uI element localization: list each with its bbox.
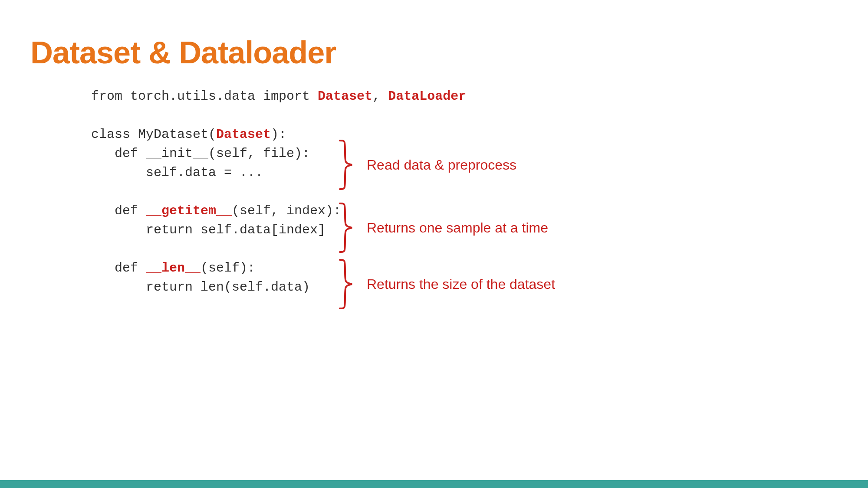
- code-highlight: Dataset: [216, 127, 271, 142]
- brace-icon: [336, 202, 354, 254]
- code-highlight: DataLoader: [388, 89, 466, 104]
- annotation-text: Read data & preprocess: [367, 157, 516, 173]
- code-text: ):: [271, 127, 286, 142]
- code-text: ,: [372, 89, 388, 104]
- code-text: def: [91, 261, 146, 275]
- annotation-getitem: Returns one sample at a time: [336, 202, 548, 254]
- slide-footer-bar: [0, 480, 868, 488]
- code-text: return len(self.data): [91, 280, 310, 295]
- slide-title: Dataset & Dataloader: [30, 35, 336, 70]
- code-text: (self):: [201, 261, 255, 275]
- code-highlight: __len__: [146, 261, 201, 275]
- annotation-len: Returns the size of the dataset: [336, 258, 555, 310]
- code-text: (self, index):: [232, 203, 341, 218]
- code-text: from torch.utils.data import: [91, 89, 318, 104]
- annotation-text: Returns the size of the dataset: [367, 276, 555, 292]
- annotation-text: Returns one sample at a time: [367, 220, 548, 236]
- code-text: self.data = ...: [91, 165, 263, 180]
- code-text: return self.data[index]: [91, 223, 326, 237]
- code-text: def __init__(self, file):: [91, 146, 310, 161]
- annotation-init: Read data & preprocess: [336, 139, 516, 191]
- brace-icon: [336, 139, 354, 191]
- code-text: def: [91, 203, 146, 218]
- code-highlight: __getitem__: [146, 203, 232, 218]
- code-text: class MyDataset(: [91, 127, 216, 142]
- code-highlight: Dataset: [318, 89, 372, 104]
- brace-icon: [336, 258, 354, 310]
